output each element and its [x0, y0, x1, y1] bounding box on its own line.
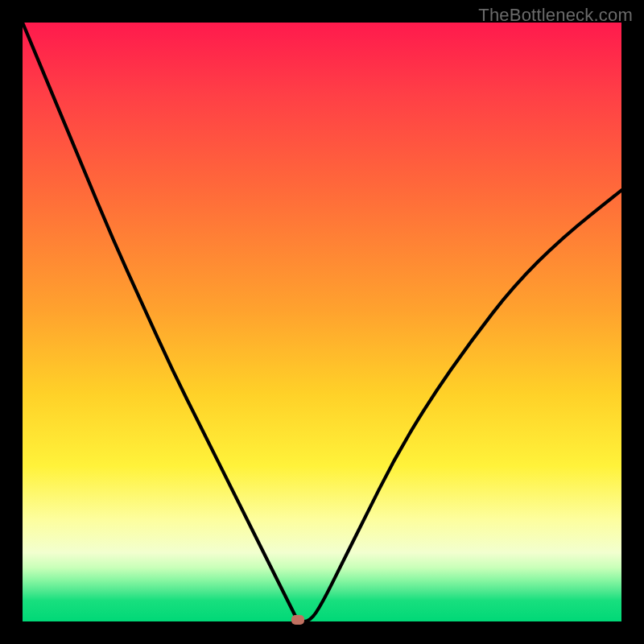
- curve-path: [23, 23, 621, 621]
- optimum-marker: [291, 615, 304, 625]
- bottleneck-curve: [23, 23, 621, 621]
- watermark-text: TheBottleneck.com: [478, 5, 633, 26]
- chart-frame: TheBottleneck.com: [0, 0, 644, 644]
- plot-area: [23, 23, 621, 621]
